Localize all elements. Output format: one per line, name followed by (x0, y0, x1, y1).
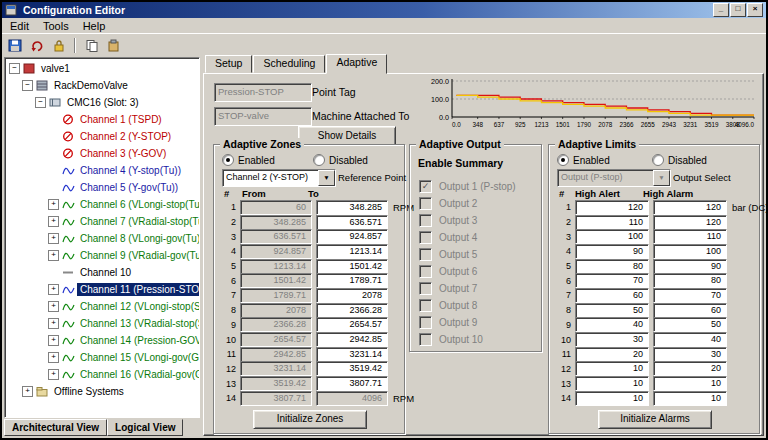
maximize-button[interactable]: □ (730, 3, 746, 17)
high-alarm-field[interactable]: 40 (653, 332, 727, 347)
tree-item-channel-10[interactable]: Channel 10 (5, 264, 199, 281)
tree-item-channel-14[interactable]: +Channel 14 (Pression-GOV) (5, 332, 199, 349)
zone-to-field[interactable]: 3519.42 (316, 361, 388, 376)
zone-to-field[interactable]: 1213.14 (316, 244, 388, 259)
high-alert-field[interactable]: 10 (575, 376, 649, 391)
tree-item-channel-6[interactable]: +Channel 6 (VLongi-stop(Tu)) (5, 196, 199, 213)
high-alarm-field[interactable]: 120 (653, 215, 727, 230)
high-alarm-field[interactable]: 100 (653, 244, 727, 259)
tree-item-channel-11-expander[interactable]: + (48, 284, 59, 295)
high-alert-field[interactable]: 60 (575, 288, 649, 303)
close-button[interactable]: × (747, 3, 763, 17)
tree-item-channel-16-expander[interactable]: + (48, 369, 59, 380)
tree-item-rackdemovalve[interactable]: −RackDemoValve (5, 77, 199, 94)
high-alert-field[interactable]: 30 (575, 332, 649, 347)
paste-icon[interactable] (103, 37, 123, 54)
undo-icon[interactable] (27, 37, 47, 54)
high-alert-field[interactable]: 70 (575, 273, 649, 288)
zone-to-field[interactable]: 1501.42 (316, 259, 388, 274)
zone-to-field[interactable]: 924.857 (316, 229, 388, 244)
menu-tools[interactable]: Tools (36, 19, 76, 33)
zone-to-field[interactable]: 1789.71 (316, 273, 388, 288)
tree-item-channel-6-expander[interactable]: + (48, 199, 59, 210)
tab-scheduling[interactable]: Scheduling (253, 55, 325, 73)
tree-item-rackdemovalve-expander[interactable]: − (22, 80, 33, 91)
high-alarm-field[interactable]: 20 (653, 361, 727, 376)
tree-item-channel-9[interactable]: +Channel 9 (VRadial-gov(Tu)) (5, 247, 199, 264)
high-alert-field[interactable]: 50 (575, 303, 649, 318)
limits-enabled-radio[interactable]: Enabled (557, 154, 610, 166)
tree-item-channel-15-expander[interactable]: + (48, 352, 59, 363)
zones-enabled-radio[interactable]: Enabled (222, 154, 275, 166)
tree-item-channel-4[interactable]: Channel 4 (Y-stop(Tu)) (5, 162, 199, 179)
zone-to-field[interactable]: 2654.57 (316, 317, 388, 332)
tree-item-channel-15[interactable]: +Channel 15 (VLongi-gov(GOV)) (5, 349, 199, 366)
menu-help[interactable]: Help (76, 19, 113, 33)
high-alarm-field[interactable]: 80 (653, 273, 727, 288)
title-bar[interactable]: Configuration Editor _ □ × (2, 2, 766, 18)
high-alert-field[interactable]: 20 (575, 347, 649, 362)
high-alarm-field[interactable]: 10 (653, 391, 727, 406)
high-alert-field[interactable]: 80 (575, 259, 649, 274)
limits-disabled-radio[interactable]: Disabled (652, 154, 707, 166)
zones-disabled-radio[interactable]: Disabled (313, 154, 368, 166)
high-alarm-field[interactable]: 90 (653, 259, 727, 274)
tree-item-offline-systems[interactable]: +Offline Systems (5, 383, 199, 400)
tree-item-valve1-expander[interactable]: − (9, 63, 20, 74)
tree-item-channel-8-expander[interactable]: + (48, 233, 59, 244)
copy-icon[interactable] (81, 37, 101, 54)
zone-to-field[interactable]: 2078 (316, 288, 388, 303)
high-alarm-field[interactable]: 10 (653, 376, 727, 391)
tree-item-channel-7[interactable]: +Channel 7 (VRadial-stop(Tu)) (5, 213, 199, 230)
tree-item-channel-11[interactable]: +Channel 11 (Pression-STOP) (5, 281, 199, 298)
high-alert-field[interactable]: 10 (575, 391, 649, 406)
tree-item-channel-3[interactable]: Channel 3 (Y-GOV) (5, 145, 199, 162)
tree-item-channel-13[interactable]: +Channel 13 (VRadial-stop(STOP)) (5, 315, 199, 332)
lock-icon[interactable] (49, 37, 69, 54)
tab-adaptive[interactable]: Adaptive (326, 54, 387, 74)
minimize-button[interactable]: _ (713, 3, 729, 17)
tree-item-valve1[interactable]: −valve1 (5, 60, 199, 77)
reference-point-select[interactable]: Channel 2 (Y-STOP) ▼ (222, 169, 336, 187)
tree-item-channel-5[interactable]: Channel 5 (Y-gov(Tu)) (5, 179, 199, 196)
tree-item-channel-12[interactable]: +Channel 12 (VLongi-stop(STOP)) (5, 298, 199, 315)
zone-to-field[interactable]: 3231.14 (316, 347, 388, 362)
high-alert-field[interactable]: 120 (575, 200, 649, 215)
tree-item-channel-7-expander[interactable]: + (48, 216, 59, 227)
tree-item-cmc16-expander[interactable]: − (35, 97, 46, 108)
high-alarm-field[interactable]: 60 (653, 303, 727, 318)
high-alarm-field[interactable]: 70 (653, 288, 727, 303)
zone-to-field[interactable]: 348.285 (316, 200, 388, 215)
initialize-alarms-button[interactable]: Initialize Alarms (598, 410, 712, 429)
tree-item-channel-13-expander[interactable]: + (48, 318, 59, 329)
high-alert-field[interactable]: 10 (575, 361, 649, 376)
tree-item-channel-9-expander[interactable]: + (48, 250, 59, 261)
tree-item-cmc16[interactable]: −CMC16 (Slot: 3) (5, 94, 199, 111)
initialize-zones-button[interactable]: Initialize Zones (253, 410, 367, 429)
show-details-button[interactable]: Show Details (298, 126, 396, 146)
high-alarm-field[interactable]: 30 (653, 347, 727, 362)
zone-to-field[interactable]: 3807.71 (316, 376, 388, 391)
tree-item-channel-14-expander[interactable]: + (48, 335, 59, 346)
high-alarm-field[interactable]: 110 (653, 229, 727, 244)
high-alert-field[interactable]: 110 (575, 215, 649, 230)
tree-item-channel-2[interactable]: Channel 2 (Y-STOP) (5, 128, 199, 145)
tree-item-channel-8[interactable]: +Channel 8 (VLongi-gov(Tu)) (5, 230, 199, 247)
high-alarm-field[interactable]: 50 (653, 317, 727, 332)
zone-to-field[interactable]: 2366.28 (316, 303, 388, 318)
save-icon[interactable] (5, 37, 25, 54)
high-alarm-field[interactable]: 120 (653, 200, 727, 215)
tab-setup[interactable]: Setup (205, 55, 252, 73)
tree-item-channel-16[interactable]: +Channel 16 (VRadial-gov(GOV)) (5, 366, 199, 383)
tab-logical-view[interactable]: Logical View (107, 419, 183, 436)
tree-item-offline-systems-expander[interactable]: + (22, 386, 33, 397)
tree-item-channel-1[interactable]: Channel 1 (TSPD) (5, 111, 199, 128)
high-alert-field[interactable]: 90 (575, 244, 649, 259)
high-alert-field[interactable]: 100 (575, 229, 649, 244)
chevron-down-icon[interactable]: ▼ (318, 170, 335, 186)
menu-edit[interactable]: Edit (3, 19, 36, 33)
zone-to-field[interactable]: 636.571 (316, 215, 388, 230)
tree-item-channel-12-expander[interactable]: + (48, 301, 59, 312)
tab-architectural-view[interactable]: Architectural View (4, 419, 107, 436)
high-alert-field[interactable]: 40 (575, 317, 649, 332)
